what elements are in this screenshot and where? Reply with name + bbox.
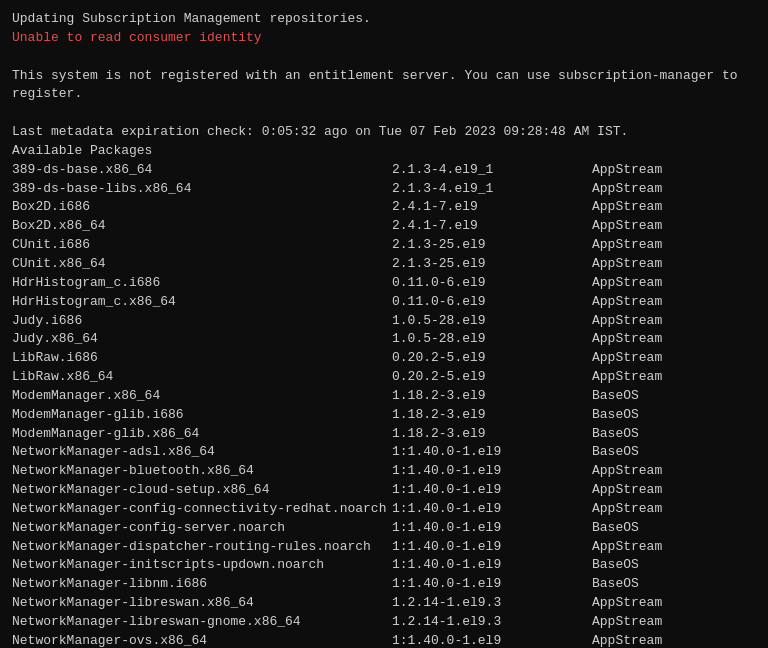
package-version: 0.11.0-6.el9 [392, 293, 592, 312]
package-name: ModemManager-glib.x86_64 [12, 425, 392, 444]
package-name: NetworkManager-config-connectivity-redha… [12, 500, 392, 519]
package-version: 1:1.40.0-1.el9 [392, 443, 592, 462]
package-name: Judy.x86_64 [12, 330, 392, 349]
package-name: NetworkManager-bluetooth.x86_64 [12, 462, 392, 481]
list-item: ModemManager-glib.x86_641.18.2-3.el9Base… [12, 425, 756, 444]
package-repo: AppStream [592, 236, 662, 255]
package-name: LibRaw.i686 [12, 349, 392, 368]
list-item: Judy.x86_641.0.5-28.el9AppStream [12, 330, 756, 349]
available-packages-label: Available Packages [12, 142, 756, 161]
package-repo: AppStream [592, 594, 662, 613]
package-name: NetworkManager-cloud-setup.x86_64 [12, 481, 392, 500]
list-item: NetworkManager-config-server.noarch1:1.4… [12, 519, 756, 538]
package-version: 0.20.2-5.el9 [392, 368, 592, 387]
package-version: 1.18.2-3.el9 [392, 425, 592, 444]
package-version: 1:1.40.0-1.el9 [392, 481, 592, 500]
list-item: NetworkManager-config-connectivity-redha… [12, 500, 756, 519]
list-item: NetworkManager-libnm.i6861:1.40.0-1.el9B… [12, 575, 756, 594]
list-item: CUnit.i6862.1.3-25.el9AppStream [12, 236, 756, 255]
package-version: 1.0.5-28.el9 [392, 312, 592, 331]
package-version: 1:1.40.0-1.el9 [392, 575, 592, 594]
package-name: HdrHistogram_c.x86_64 [12, 293, 392, 312]
package-name: 389-ds-base.x86_64 [12, 161, 392, 180]
package-version: 1:1.40.0-1.el9 [392, 462, 592, 481]
error-line: Unable to read consumer identity [12, 29, 756, 48]
package-repo: BaseOS [592, 556, 639, 575]
package-name: CUnit.i686 [12, 236, 392, 255]
package-name: CUnit.x86_64 [12, 255, 392, 274]
package-repo: BaseOS [592, 575, 639, 594]
package-name: Box2D.i686 [12, 198, 392, 217]
list-item: Box2D.x86_642.4.1-7.el9AppStream [12, 217, 756, 236]
package-name: Box2D.x86_64 [12, 217, 392, 236]
package-version: 2.1.3-4.el9_1 [392, 161, 592, 180]
package-name: NetworkManager-config-server.noarch [12, 519, 392, 538]
list-item: NetworkManager-adsl.x86_641:1.40.0-1.el9… [12, 443, 756, 462]
package-repo: AppStream [592, 613, 662, 632]
list-item: NetworkManager-libreswan-gnome.x86_641.2… [12, 613, 756, 632]
package-version: 1:1.40.0-1.el9 [392, 519, 592, 538]
package-repo: AppStream [592, 481, 662, 500]
package-version: 1.18.2-3.el9 [392, 406, 592, 425]
package-version: 1:1.40.0-1.el9 [392, 500, 592, 519]
package-version: 1.2.14-1.el9.3 [392, 613, 592, 632]
package-version: 0.11.0-6.el9 [392, 274, 592, 293]
list-item: HdrHistogram_c.x86_640.11.0-6.el9AppStre… [12, 293, 756, 312]
list-item: NetworkManager-cloud-setup.x86_641:1.40.… [12, 481, 756, 500]
blank-line-2 [12, 104, 756, 123]
package-repo: AppStream [592, 198, 662, 217]
package-repo: AppStream [592, 274, 662, 293]
package-version: 0.20.2-5.el9 [392, 349, 592, 368]
list-item: ModemManager-glib.i6861.18.2-3.el9BaseOS [12, 406, 756, 425]
package-version: 1.0.5-28.el9 [392, 330, 592, 349]
package-version: 1:1.40.0-1.el9 [392, 556, 592, 575]
package-version: 1.2.14-1.el9.3 [392, 594, 592, 613]
package-repo: AppStream [592, 217, 662, 236]
list-item: CUnit.x86_642.1.3-25.el9AppStream [12, 255, 756, 274]
list-item: NetworkManager-ovs.x86_641:1.40.0-1.el9A… [12, 632, 756, 648]
update-line: Updating Subscription Management reposit… [12, 10, 756, 29]
package-repo: AppStream [592, 632, 662, 648]
package-repo: AppStream [592, 255, 662, 274]
package-repo: AppStream [592, 462, 662, 481]
info-line: This system is not registered with an en… [12, 67, 756, 105]
list-item: 389-ds-base.x86_642.1.3-4.el9_1AppStream [12, 161, 756, 180]
terminal-window: Updating Subscription Management reposit… [12, 10, 756, 648]
package-version: 2.1.3-25.el9 [392, 236, 592, 255]
package-repo: AppStream [592, 161, 662, 180]
list-item: Box2D.i6862.4.1-7.el9AppStream [12, 198, 756, 217]
package-name: ModemManager-glib.i686 [12, 406, 392, 425]
package-version: 2.4.1-7.el9 [392, 217, 592, 236]
list-item: LibRaw.x86_640.20.2-5.el9AppStream [12, 368, 756, 387]
list-item: ModemManager.x86_641.18.2-3.el9BaseOS [12, 387, 756, 406]
package-name: NetworkManager-ovs.x86_64 [12, 632, 392, 648]
list-item: LibRaw.i6860.20.2-5.el9AppStream [12, 349, 756, 368]
package-version: 2.1.3-4.el9_1 [392, 180, 592, 199]
package-repo: AppStream [592, 538, 662, 557]
list-item: 389-ds-base-libs.x86_642.1.3-4.el9_1AppS… [12, 180, 756, 199]
package-name: NetworkManager-libreswan.x86_64 [12, 594, 392, 613]
package-repo: BaseOS [592, 443, 639, 462]
package-version: 2.1.3-25.el9 [392, 255, 592, 274]
package-name: NetworkManager-dispatcher-routing-rules.… [12, 538, 392, 557]
list-item: NetworkManager-initscripts-updown.noarch… [12, 556, 756, 575]
package-name: HdrHistogram_c.i686 [12, 274, 392, 293]
package-repo: AppStream [592, 349, 662, 368]
package-repo: BaseOS [592, 519, 639, 538]
package-repo: AppStream [592, 180, 662, 199]
package-repo: BaseOS [592, 406, 639, 425]
list-item: Judy.i6861.0.5-28.el9AppStream [12, 312, 756, 331]
package-repo: BaseOS [592, 425, 639, 444]
package-repo: AppStream [592, 312, 662, 331]
metadata-line: Last metadata expiration check: 0:05:32 … [12, 123, 756, 142]
package-repo: AppStream [592, 500, 662, 519]
list-item: NetworkManager-bluetooth.x86_641:1.40.0-… [12, 462, 756, 481]
package-name: NetworkManager-initscripts-updown.noarch [12, 556, 392, 575]
list-item: NetworkManager-libreswan.x86_641.2.14-1.… [12, 594, 756, 613]
blank-line-1 [12, 48, 756, 67]
list-item: NetworkManager-dispatcher-routing-rules.… [12, 538, 756, 557]
package-version: 2.4.1-7.el9 [392, 198, 592, 217]
package-name: LibRaw.x86_64 [12, 368, 392, 387]
package-version: 1.18.2-3.el9 [392, 387, 592, 406]
package-repo: AppStream [592, 293, 662, 312]
